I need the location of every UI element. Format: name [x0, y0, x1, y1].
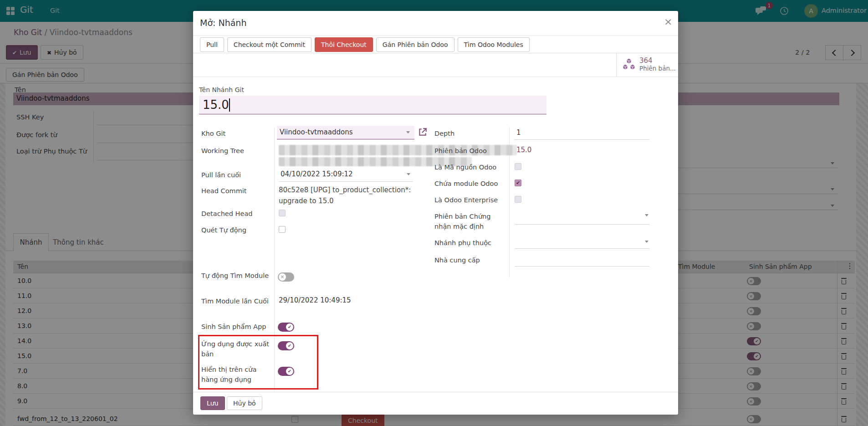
show-on-store-toggle[interactable]	[278, 367, 294, 376]
auto-scan-checkbox[interactable]	[279, 226, 286, 233]
head-commit-line1: 80c52e8 [UPG] to_product_collection*:	[279, 186, 411, 194]
depth-value[interactable]: 1	[516, 128, 521, 137]
last-pull-label: Pull lần cuối	[201, 170, 241, 180]
head-commit-line2: upgrade to 15.0	[279, 197, 334, 205]
assign-odoo-version-button[interactable]: Gán Phiên bản Odoo	[376, 37, 454, 52]
stat-label: Phiên bản...	[639, 65, 676, 72]
chevron-down-icon	[645, 241, 648, 243]
cert-version-label: Phiên bản Chứng nhận mặc định	[434, 211, 504, 232]
detached-head-checkbox	[279, 210, 286, 216]
last-pull-value[interactable]: 04/10/2022 15:09:12	[281, 170, 353, 178]
repo-field-label: Kho Git	[201, 128, 225, 139]
modal-header-divider	[193, 36, 678, 36]
auto-scan-label: Quét Tự động	[201, 225, 246, 235]
branch-name-input[interactable]: 15.0	[199, 96, 546, 114]
auto-find-module-toggle[interactable]	[278, 272, 294, 282]
app-published-label: Ứng dụng được xuất bản	[201, 339, 271, 359]
close-icon[interactable]: ×	[664, 17, 672, 27]
show-on-store-label: Hiển thị trên cửa hàng ứng dụng	[201, 364, 271, 385]
modal-action-bar: Pull Checkout một Commit Thôi Checkout G…	[200, 37, 530, 52]
chevron-down-icon	[645, 214, 648, 216]
chevron-down-icon	[406, 131, 410, 133]
external-link-icon[interactable]	[418, 128, 427, 137]
modal-save-button[interactable]: Lưu	[200, 396, 225, 410]
cert-version-field[interactable]	[515, 224, 649, 225]
stat-count: 364	[639, 56, 653, 65]
has-odoo-modules-label: Chứa module Odoo	[434, 179, 498, 189]
is-enterprise-label: Là Odoo Enterprise	[434, 195, 498, 205]
modal-footer-divider	[193, 392, 678, 392]
cubes-icon	[621, 58, 637, 72]
is-enterprise-checkbox	[515, 196, 521, 203]
find-odoo-modules-button[interactable]: Tìm Odoo Modules	[458, 37, 530, 52]
last-find-module-value: 29/10/2022 10:49:15	[279, 296, 351, 304]
label-column-divider	[274, 127, 275, 277]
repo-dropdown[interactable]: Viindoo-tvtmaaddons	[277, 126, 414, 139]
text-cursor	[229, 98, 230, 112]
pull-button[interactable]: Pull	[200, 37, 224, 52]
chevron-down-icon	[407, 173, 410, 175]
statusbar-divider-top	[193, 53, 678, 53]
odoo-version-label: Phiên bản Odoo	[434, 146, 487, 156]
vendor-field[interactable]	[515, 266, 649, 267]
is-odoo-source-checkbox	[515, 163, 521, 170]
is-odoo-source-label: Là Mã nguồn Odoo	[434, 162, 496, 172]
app-published-toggle[interactable]	[278, 341, 294, 350]
app-window: Git Git 1 A Administrator Kho Git / Viin…	[0, 0, 868, 426]
working-tree-label: Working Tree	[201, 146, 244, 156]
branch-name-label: Tên Nhánh Git	[199, 86, 244, 93]
generate-app-label: Sinh Sản phẩm App	[201, 322, 266, 332]
stop-checkout-button[interactable]: Thôi Checkout	[315, 37, 373, 52]
depth-label: Depth	[434, 128, 454, 139]
modal-cancel-button[interactable]: Hủy bỏ	[227, 396, 262, 410]
detached-head-label: Detached Head	[201, 209, 252, 219]
last-pull-underline	[279, 181, 413, 182]
dependent-branch-label: Nhánh phụ thuộc	[434, 238, 491, 248]
head-commit-label: Head Commit	[201, 186, 246, 196]
statusbar-divider-bottom	[193, 77, 678, 77]
dependent-branch-field[interactable]	[515, 248, 649, 249]
generate-app-toggle[interactable]	[278, 323, 294, 332]
has-odoo-modules-checkbox	[515, 180, 521, 186]
versions-stat-button[interactable]: 364 Phiên bản...	[616, 53, 678, 77]
depth-underline	[515, 139, 649, 140]
last-find-module-label: Tìm Module lần Cuối	[201, 296, 270, 306]
odoo-version-value[interactable]: 15.0	[516, 146, 531, 154]
auto-find-module-label: Tự động Tìm Module	[201, 271, 270, 281]
vendor-label: Nhà cung cấp	[434, 255, 480, 265]
checkout-commit-button[interactable]: Checkout một Commit	[227, 37, 311, 52]
branch-modal: Mở: Nhánh × Pull Checkout một Commit Thô…	[193, 11, 678, 415]
modal-title: Mở: Nhánh	[200, 18, 246, 28]
